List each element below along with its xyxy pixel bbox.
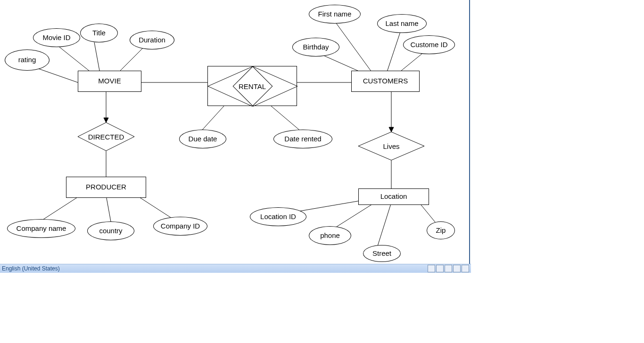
document-page: MOVIE CUSTOMERS PRODUCER Location RENTAL… (0, 0, 470, 264)
svg-line-13 (40, 196, 80, 221)
relationship-rental: RENTAL (207, 66, 297, 106)
attr-location-id: Location ID (250, 207, 306, 226)
attr-company-name: Company name (7, 219, 75, 238)
attr-custome-id: Custome ID (403, 35, 455, 54)
attr-due-date: Due date (179, 130, 226, 148)
attr-zip: Zip (427, 221, 455, 239)
svg-line-17 (271, 106, 302, 132)
outline-icon[interactable] (453, 265, 461, 272)
entity-label: MOVIE (98, 77, 121, 85)
svg-line-2 (118, 47, 144, 73)
entity-label: Location (380, 193, 407, 201)
status-bar: English (United States) (0, 264, 471, 273)
svg-line-1 (94, 42, 100, 73)
svg-line-7 (387, 31, 401, 73)
attr-duration: Duration (130, 31, 174, 49)
draft-icon[interactable] (462, 265, 469, 272)
svg-marker-11 (104, 118, 108, 122)
svg-line-16 (200, 106, 224, 132)
print-layout-icon[interactable] (428, 265, 435, 272)
view-mode-icons[interactable] (428, 265, 469, 272)
attr-last-name: Last name (377, 14, 427, 33)
entity-movie: MOVIE (78, 71, 141, 92)
entity-location: Location (358, 188, 429, 205)
relationship-directed: DIRECTED (78, 122, 134, 151)
entity-label: CUSTOMERS (363, 77, 408, 85)
entity-label: PRODUCER (86, 183, 126, 191)
diagram-canvas: MOVIE CUSTOMERS PRODUCER Location RENTAL… (0, 0, 644, 343)
full-screen-reading-icon[interactable] (436, 265, 444, 272)
entity-producer: PRODUCER (66, 177, 146, 198)
svg-line-23 (377, 203, 391, 247)
svg-line-8 (321, 54, 363, 73)
attr-title: Title (80, 24, 118, 42)
attr-rating: rating (5, 49, 50, 71)
status-language: English (United States) (2, 265, 60, 272)
entity-customers: CUSTOMERS (351, 71, 420, 92)
svg-line-0 (57, 45, 92, 73)
relationship-label: DIRECTED (88, 133, 124, 141)
attr-street: Street (363, 245, 401, 262)
attr-first-name: First name (309, 5, 361, 24)
relationship-lives: Lives (358, 132, 424, 160)
svg-line-6 (335, 21, 372, 73)
svg-line-14 (106, 196, 111, 221)
relationship-label: Lives (383, 142, 399, 150)
attr-birthday: Birthday (292, 38, 339, 57)
attr-country: country (87, 221, 134, 240)
svg-line-9 (398, 52, 424, 73)
attr-movie-id: Movie ID (33, 28, 80, 47)
attr-company-id: Company ID (153, 217, 207, 236)
attr-phone: phone (309, 226, 351, 245)
relationship-label: RENTAL (239, 82, 266, 90)
svg-marker-19 (389, 127, 394, 132)
attr-date-rented: Date rented (273, 130, 332, 148)
web-layout-icon[interactable] (445, 265, 452, 272)
